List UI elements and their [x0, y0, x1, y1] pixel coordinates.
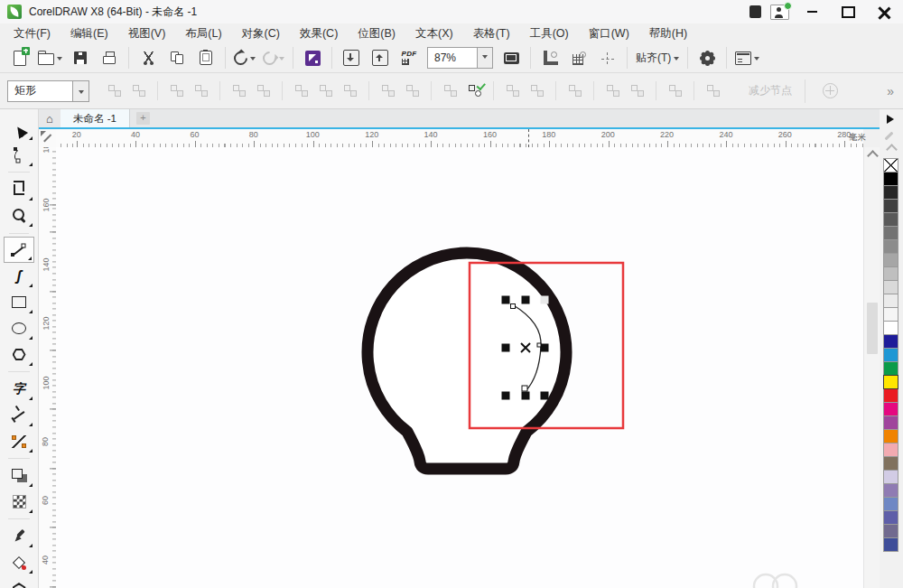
horizontal-ruler[interactable]: 20406080100120140160180200220240260280 [56, 129, 863, 148]
shape-preset-combo[interactable]: 矩形 [7, 80, 89, 102]
swatch-medium-purple[interactable] [883, 483, 898, 498]
break-curve-icon[interactable] [189, 79, 213, 103]
menu-item[interactable]: 文本(X) [405, 23, 463, 44]
document-tab-active[interactable]: 未命名 -1 [61, 109, 130, 127]
bulb-outline-shape[interactable] [368, 253, 566, 469]
convert-to-line-icon[interactable] [227, 79, 251, 103]
swatch-5-black[interactable] [883, 307, 898, 322]
undo-dropdown-icon[interactable] [250, 57, 256, 63]
add-nodes-icon[interactable] [102, 79, 126, 103]
swatch-green[interactable] [883, 361, 898, 376]
show-grid-button[interactable] [564, 45, 593, 70]
curve-node-middle[interactable] [537, 343, 541, 347]
swatch-steel-blue[interactable] [883, 497, 898, 511]
ellipse-tool-icon[interactable] [4, 315, 34, 341]
menu-item[interactable]: 文件(F) [4, 23, 61, 44]
swatch-60-black[interactable] [883, 226, 898, 240]
toolbar-overflow-button[interactable]: » [887, 84, 894, 98]
extend-curve-to-close-icon[interactable] [462, 79, 487, 103]
menu-item[interactable]: 视图(V) [118, 23, 176, 44]
swatch-90-black[interactable] [883, 185, 898, 200]
menu-item[interactable]: 编辑(E) [61, 23, 118, 44]
save-button[interactable] [66, 45, 95, 70]
drop-shadow-tool-icon[interactable] [4, 462, 34, 489]
select-all-nodes-icon[interactable] [701, 79, 725, 103]
swatch-black[interactable] [883, 172, 898, 186]
interactive-fill-tool-icon[interactable] [4, 549, 34, 575]
text-tool-icon[interactable]: 字 [4, 376, 34, 402]
swatch-orange[interactable] [883, 429, 898, 443]
swatch-10-black[interactable] [883, 294, 898, 308]
copy-button[interactable] [163, 45, 191, 70]
transparency-tool-icon[interactable] [4, 489, 34, 515]
parallel-dimension-tool-icon[interactable] [4, 402, 34, 428]
curve-node-start[interactable] [511, 304, 516, 309]
join-nodes-icon[interactable] [164, 79, 189, 103]
handle-bottom-center[interactable] [522, 392, 530, 400]
swatch-no-color[interactable] [883, 158, 898, 173]
crop-tool-icon[interactable] [4, 176, 34, 202]
swatch-blue[interactable] [883, 348, 898, 362]
swatch-gray-violet[interactable] [883, 524, 898, 538]
import-button[interactable] [337, 45, 366, 70]
scroll-up-icon[interactable] [867, 150, 879, 162]
open-button[interactable] [34, 45, 66, 70]
swatch-dark-blue[interactable] [883, 537, 898, 552]
redo-button[interactable] [259, 45, 288, 70]
swatch-magenta[interactable] [883, 402, 898, 416]
swatch-yellow[interactable] [883, 375, 898, 389]
rectangle-tool-icon[interactable] [4, 289, 34, 315]
delete-nodes-icon[interactable] [126, 79, 151, 103]
menu-item[interactable]: 布局(L) [175, 23, 231, 44]
extract-subpath-icon[interactable] [438, 79, 462, 103]
swatch-navy-blue[interactable] [883, 334, 898, 349]
cut-button[interactable] [134, 45, 163, 70]
zoom-level-combo[interactable]: 87% [427, 47, 493, 69]
application-launcher-button[interactable] [731, 45, 763, 70]
menu-item[interactable]: 位图(B) [348, 23, 405, 44]
align-nodes-icon[interactable] [563, 79, 587, 103]
swatch-40-black[interactable] [883, 253, 898, 267]
shape-preset-dropdown-button[interactable] [72, 81, 88, 101]
reduce-nodes-button[interactable]: 减少节点 [749, 83, 792, 98]
search-content-button[interactable] [298, 45, 327, 70]
paste-button[interactable] [191, 45, 220, 70]
cusp-node-icon[interactable] [289, 79, 313, 103]
convert-to-curve-icon[interactable] [251, 79, 275, 103]
stretch-nodes-icon[interactable] [500, 79, 525, 103]
menu-item[interactable]: 窗口(W) [579, 23, 639, 44]
menu-item[interactable]: 帮助(H) [639, 23, 697, 44]
elastic-mode-icon[interactable] [663, 79, 687, 103]
snap-to-button[interactable]: 贴齐(T) [632, 45, 683, 70]
handle-middle-right[interactable] [541, 344, 549, 352]
swatch-white[interactable] [883, 321, 898, 335]
palette-scroll-up-icon[interactable] [886, 144, 898, 155]
handle-top-center[interactable] [522, 296, 530, 304]
handle-top-right[interactable] [541, 296, 549, 304]
zoom-level-dropdown-button[interactable] [477, 48, 492, 68]
show-guidelines-button[interactable] [593, 45, 622, 70]
swatch-brown[interactable] [883, 456, 898, 471]
scrollbar-thumb[interactable] [867, 303, 878, 354]
swatch-red[interactable] [883, 388, 898, 403]
reflect-nodes-horizontal-icon[interactable] [600, 79, 625, 103]
new-tab-button[interactable]: + [136, 112, 150, 125]
handle-bottom-right[interactable] [541, 392, 549, 400]
swatch-blue-violet[interactable] [883, 510, 898, 525]
palette-edit-icon[interactable] [885, 132, 894, 141]
close-button[interactable] [870, 3, 898, 21]
account-icon[interactable] [770, 5, 789, 20]
ruler-origin-icon[interactable] [39, 129, 57, 148]
reverse-direction-icon[interactable] [376, 79, 400, 103]
menu-item[interactable]: 表格(T) [463, 23, 520, 44]
curve-smoothness-button[interactable] [818, 79, 842, 103]
drawing-canvas[interactable] [56, 147, 863, 588]
print-button[interactable] [95, 45, 124, 70]
artistic-media-tool-icon[interactable]: ʃ [4, 263, 34, 289]
vertical-ruler[interactable]: 180160140120100806040 [39, 147, 57, 588]
zoom-tool-icon[interactable] [4, 202, 34, 229]
options-button[interactable] [693, 45, 721, 70]
freehand-tool-icon[interactable] [4, 237, 34, 263]
home-tab-icon[interactable]: ⌂ [39, 109, 61, 127]
swatch-80-black[interactable] [883, 199, 898, 213]
